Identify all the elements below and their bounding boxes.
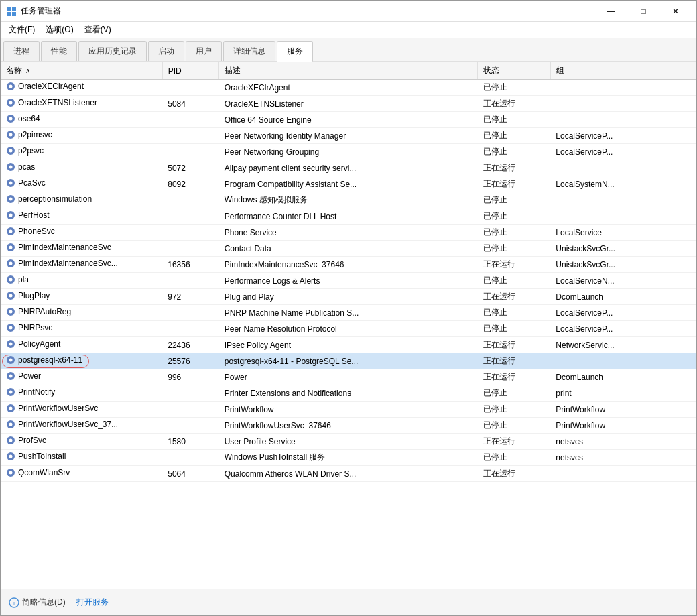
services-table: 名称 ∧ PID 描述 状态 组 OracleXEClrAgentOracleX… — [1, 62, 696, 482]
service-name-text: PNRPAutoReg — [18, 307, 71, 316]
close-button[interactable]: ✕ — [660, 1, 691, 22]
col-header-group[interactable]: 组 — [550, 62, 696, 80]
cell-status: 已停止 — [478, 144, 551, 160]
cell-status: 正在运行 — [478, 176, 551, 192]
cell-name: Power — [1, 369, 162, 385]
table-row[interactable]: PhoneSvcPhone Service已停止LocalService — [1, 225, 696, 241]
cell-group: PrintWorkflow — [550, 418, 696, 434]
col-header-pid[interactable]: PID — [162, 62, 218, 80]
cell-group: LocalServiceP... — [550, 128, 696, 144]
table-row[interactable]: PNRPsvcPeer Name Resolution Protocol已停止L… — [1, 321, 696, 337]
maximize-button[interactable]: □ — [628, 1, 659, 22]
service-icon: PrintWorkflowUserSvc_37... — [6, 420, 118, 429]
cell-group: UnistackSvcGr... — [550, 257, 696, 273]
table-row[interactable]: PolicyAgent22436IPsec Policy Agent正在运行Ne… — [1, 337, 696, 353]
table-row[interactable]: PrintWorkflowUserSvcPrintWorkflow已停止Prin… — [1, 402, 696, 418]
table-row[interactable]: ProfSvc1580User Profile Service正在运行netsv… — [1, 434, 696, 450]
table-row[interactable]: p2pimsvcPeer Networking Identity Manager… — [1, 128, 696, 144]
svg-point-9 — [9, 117, 13, 121]
table-row[interactable]: OracleXEClrAgentOracleXEClrAgent已停止 — [1, 80, 696, 96]
svg-point-53 — [9, 471, 13, 475]
svg-point-43 — [9, 391, 13, 394]
service-icon: PNRPAutoReg — [6, 307, 71, 316]
summary-info-button[interactable]: i 简略信息(D) — [9, 597, 66, 608]
table-row[interactable]: PrintNotifyPrinter Extensions and Notifi… — [1, 385, 696, 402]
table-row[interactable]: OracleXETNSListener5084OracleXETNSListen… — [1, 96, 696, 112]
cell-name: PcaSvc — [1, 176, 162, 192]
svg-point-47 — [9, 423, 13, 426]
cell-name: pla — [1, 273, 162, 289]
cell-pid — [162, 225, 218, 241]
cell-status: 已停止 — [478, 321, 551, 337]
tab-应用历史记录[interactable]: 应用历史记录 — [78, 41, 147, 61]
services-table-container[interactable]: 名称 ∧ PID 描述 状态 组 OracleXEClrAgentOracleX… — [1, 62, 696, 589]
service-icon: PimIndexMaintenanceSvc — [6, 243, 111, 252]
cell-desc: Performance Logs & Alerts — [219, 273, 478, 289]
cell-desc: Windows PushToInstall 服务 — [219, 450, 478, 466]
tab-详细信息[interactable]: 详细信息 — [223, 41, 275, 61]
gear-icon — [6, 275, 15, 284]
cell-status: 已停止 — [478, 402, 551, 418]
table-row[interactable]: PcaSvc8092Program Compatibility Assistan… — [1, 176, 696, 192]
table-row[interactable]: pcas5072Alipay payment client security s… — [1, 160, 696, 176]
col-header-status[interactable]: 状态 — [478, 62, 551, 80]
cell-status: 正在运行 — [478, 434, 551, 450]
cell-group — [550, 208, 696, 225]
service-name-text: PNRPsvc — [18, 323, 52, 332]
table-row[interactable]: ose64Office 64 Source Engine已停止 — [1, 112, 696, 128]
cell-status: 已停止 — [478, 273, 551, 289]
open-service-link[interactable]: 打开服务 — [76, 597, 109, 608]
service-name-text: postgresql-x64-11 — [18, 355, 82, 365]
table-row[interactable]: plaPerformance Logs & Alerts已停止LocalServ… — [1, 273, 696, 289]
menu-item-f[interactable]: 文件(F) — [3, 23, 40, 37]
tab-服务[interactable]: 服务 — [277, 41, 313, 62]
gear-icon — [6, 323, 15, 332]
cell-status: 已停止 — [478, 450, 551, 466]
cell-desc: OracleXETNSListener — [219, 96, 478, 112]
table-row[interactable]: PlugPlay972Plug and Play正在运行DcomLaunch — [1, 289, 696, 305]
cell-group: netsvcs — [550, 450, 696, 466]
service-icon: PhoneSvc — [6, 227, 55, 236]
svg-point-15 — [9, 166, 13, 169]
cell-status: 正在运行 — [478, 337, 551, 353]
gear-icon — [6, 387, 15, 397]
tab-性能[interactable]: 性能 — [41, 41, 77, 61]
table-row[interactable]: postgresql-x64-1125576postgresql-x64-11 … — [1, 353, 696, 369]
cell-name: OracleXETNSListener — [1, 96, 162, 112]
cell-group: netsvcs — [550, 434, 696, 450]
cell-desc: PrintWorkflowUserSvc_37646 — [219, 418, 478, 434]
menu-item-v[interactable]: 查看(V) — [79, 23, 117, 37]
cell-desc: Peer Networking Grouping — [219, 144, 478, 160]
table-row[interactable]: PimIndexMaintenanceSvc...16356PimIndexMa… — [1, 257, 696, 273]
col-header-name[interactable]: 名称 ∧ — [1, 62, 162, 80]
gear-icon — [6, 227, 15, 236]
tab-启动[interactable]: 启动 — [148, 41, 184, 61]
cell-desc: Performance Counter DLL Host — [219, 208, 478, 225]
tab-进程[interactable]: 进程 — [3, 41, 40, 61]
cell-status: 已停止 — [478, 385, 551, 402]
tab-用户[interactable]: 用户 — [186, 41, 222, 61]
service-icon: postgresql-x64-11 — [6, 355, 82, 365]
gear-icon — [6, 468, 15, 477]
table-row[interactable]: PimIndexMaintenanceSvcContact Data已停止Uni… — [1, 241, 696, 257]
service-icon: OracleXETNSListener — [6, 98, 97, 107]
table-row[interactable]: Power996Power正在运行DcomLaunch — [1, 369, 696, 385]
col-header-desc[interactable]: 描述 — [219, 62, 478, 80]
table-row[interactable]: perceptionsimulationWindows 感知模拟服务已停止 — [1, 192, 696, 208]
gear-icon — [6, 452, 15, 461]
cell-pid — [162, 402, 218, 418]
table-row[interactable]: PrintWorkflowUserSvc_37...PrintWorkflowU… — [1, 418, 696, 434]
menu-item-o[interactable]: 选项(O) — [40, 23, 78, 37]
minimize-button[interactable]: — — [596, 1, 627, 22]
service-name-text: ProfSvc — [18, 436, 46, 445]
table-row[interactable]: PushToInstallWindows PushToInstall 服务已停止… — [1, 450, 696, 466]
svg-point-13 — [9, 149, 13, 153]
service-icon: PimIndexMaintenanceSvc... — [6, 259, 118, 268]
gear-icon — [6, 259, 15, 268]
table-row[interactable]: QcomWlanSrv5064Qualcomm Atheros WLAN Dri… — [1, 466, 696, 482]
table-row[interactable]: PNRPAutoRegPNRP Machine Name Publication… — [1, 305, 696, 321]
table-row[interactable]: p2psvcPeer Networking Grouping已停止LocalSe… — [1, 144, 696, 160]
gear-icon — [6, 178, 15, 188]
cell-name: PNRPAutoReg — [1, 305, 162, 321]
table-row[interactable]: PerfHostPerformance Counter DLL Host已停止 — [1, 208, 696, 225]
